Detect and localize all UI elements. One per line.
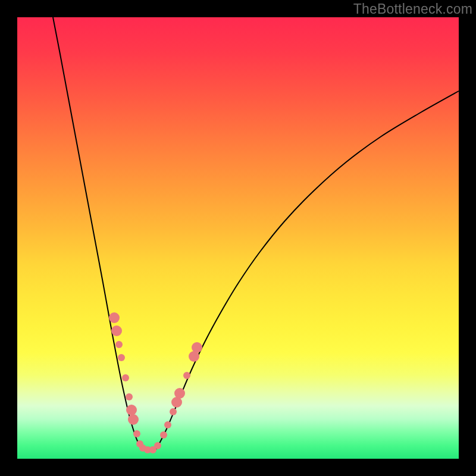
curve-marker — [164, 421, 171, 428]
plot-area — [17, 17, 459, 459]
curve-marker — [133, 430, 140, 437]
curve-marker — [183, 372, 190, 379]
curve-left-arm — [53, 17, 149, 450]
bottleneck-curve-chart — [17, 17, 459, 459]
curve-marker — [170, 408, 177, 415]
curve-markers — [109, 312, 202, 453]
curve-marker — [192, 342, 202, 353]
curve-marker — [126, 405, 137, 415]
curve-marker — [174, 388, 185, 399]
curve-marker — [109, 312, 120, 323]
curve-right-arm — [149, 91, 459, 450]
curve-marker — [118, 354, 125, 361]
curve-marker — [128, 414, 139, 425]
curve-marker — [154, 442, 161, 449]
curve-marker — [122, 374, 129, 381]
curve-marker — [115, 341, 123, 348]
curve-marker — [160, 431, 167, 439]
watermark-label: TheBottleneck.com — [353, 1, 472, 17]
curve-marker — [126, 393, 133, 400]
curve-marker — [111, 325, 122, 336]
